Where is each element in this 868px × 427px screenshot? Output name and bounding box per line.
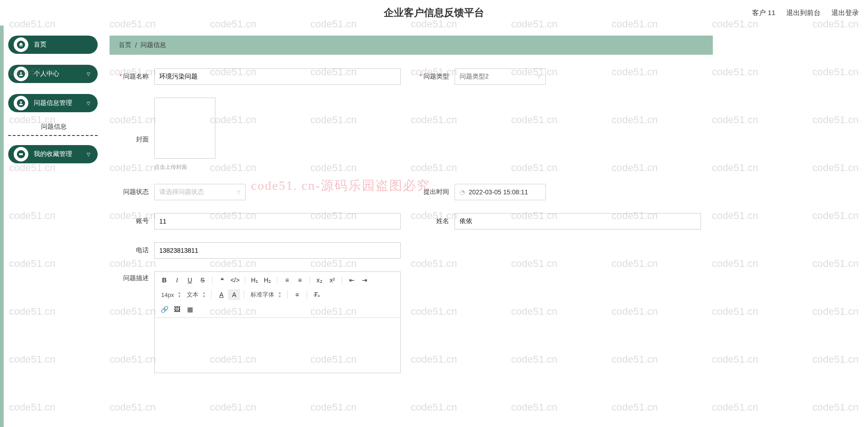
phone-label: 电话 xyxy=(114,246,149,255)
align-button[interactable]: ≡ xyxy=(291,289,303,300)
toolbar-separator xyxy=(342,276,342,284)
sidebar-item-personal[interactable]: 个人中心 ▽ xyxy=(8,65,98,83)
toolbar-separator xyxy=(309,276,310,284)
heading2-button[interactable]: H₂ xyxy=(261,275,273,286)
format-select[interactable]: 文本 ▴▾ xyxy=(184,289,208,300)
left-accent-border xyxy=(0,26,4,427)
chevron-down-icon: ▽ xyxy=(537,74,541,79)
submit-time-label: 提出时间 xyxy=(414,188,449,196)
question-type-select[interactable]: 问题类型2 ▽ xyxy=(455,68,546,85)
clock-icon: ◔ xyxy=(460,188,465,196)
updown-icon: ▴▾ xyxy=(178,291,180,298)
logout-link[interactable]: 退出登录 xyxy=(831,9,859,17)
chevron-down-icon: ▽ xyxy=(87,152,90,157)
breadcrumb-separator: / xyxy=(135,42,137,49)
name-input[interactable] xyxy=(455,213,701,229)
app-title: 企业客户信息反馈平台 xyxy=(384,6,484,20)
sidebar-item-label: 问题信息管理 xyxy=(34,99,87,107)
indent-button[interactable]: ⇥ xyxy=(359,275,371,286)
question-name-input[interactable] xyxy=(154,68,401,85)
ticket-icon xyxy=(14,147,28,161)
font-family-select[interactable]: 标准字体 ▴▾ xyxy=(248,289,283,300)
form-area: 问题名称 问题类型 问题类型2 ▽ 封面 点击上传封面 xyxy=(110,68,868,373)
submit-time-picker[interactable]: ◔ 2022-03-05 15:08:11 xyxy=(455,184,546,200)
account-label: 账号 xyxy=(114,217,149,225)
bg-color-button[interactable]: A xyxy=(228,289,240,300)
unordered-list-button[interactable]: ≡ xyxy=(294,275,306,286)
phone-input[interactable] xyxy=(154,242,401,259)
sidebar-item-label: 个人中心 xyxy=(34,70,87,78)
chevron-down-icon: ▽ xyxy=(87,72,90,77)
clear-format-button[interactable]: Tₓ xyxy=(311,289,323,300)
ordered-list-button[interactable]: ≡ xyxy=(281,275,293,286)
link-button[interactable]: 🔗 xyxy=(158,304,170,315)
chevron-down-icon: ▽ xyxy=(87,101,90,106)
user-icon xyxy=(14,96,28,110)
font-size-select[interactable]: 14px ▴▾ xyxy=(158,289,183,300)
image-button[interactable]: 🖼 xyxy=(171,304,183,315)
toolbar-separator xyxy=(277,276,277,284)
chevron-down-icon: ▽ xyxy=(237,190,241,195)
user-icon xyxy=(14,67,28,81)
sidebar-item-home[interactable]: 首页 xyxy=(8,36,98,54)
updown-icon: ▴▾ xyxy=(203,291,205,298)
breadcrumb-current: 问题信息 xyxy=(141,41,166,49)
question-type-value: 问题类型2 xyxy=(460,73,489,81)
subscript-button[interactable]: x₂ xyxy=(314,275,325,286)
outdent-button[interactable]: ⇤ xyxy=(346,275,358,286)
toolbar-separator xyxy=(287,291,288,299)
header-bar: 企业客户信息反馈平台 客户 11 退出到前台 退出登录 xyxy=(0,0,868,26)
bold-button[interactable]: B xyxy=(158,275,170,286)
description-label: 问题描述 xyxy=(114,274,149,282)
toolbar-separator xyxy=(244,291,244,299)
video-button[interactable]: ▦ xyxy=(184,304,196,315)
name-label: 姓名 xyxy=(414,217,449,225)
sidebar-submenu: 问题信息 xyxy=(8,119,98,136)
quote-button[interactable]: ❝ xyxy=(216,275,228,286)
main-content: 首页 / 问题信息 问题名称 问题类型 问题类型2 ▽ 封面 xyxy=(110,36,868,427)
breadcrumb: 首页 / 问题信息 xyxy=(110,36,713,55)
editor-toolbar: B I U S ❝ </> H₁ H₂ ≡ ≡ x₂ xyxy=(155,272,400,318)
svg-point-1 xyxy=(20,101,22,103)
code-button[interactable]: </> xyxy=(229,275,241,286)
italic-button[interactable]: I xyxy=(171,275,183,286)
exit-to-front-link[interactable]: 退出到前台 xyxy=(786,9,821,17)
submit-time-value: 2022-03-05 15:08:11 xyxy=(469,188,528,196)
toolbar-separator xyxy=(245,276,245,284)
breadcrumb-home[interactable]: 首页 xyxy=(119,41,131,49)
sidebar: 首页 个人中心 ▽ 问题信息管理 ▽ 问题信息 我的收藏管理 ▽ xyxy=(8,36,98,174)
strike-button[interactable]: S xyxy=(197,275,209,286)
account-input[interactable] xyxy=(154,213,401,229)
rich-text-editor: B I U S ❝ </> H₁ H₂ ≡ ≡ x₂ xyxy=(154,271,401,373)
updown-icon: ▴▾ xyxy=(279,291,281,298)
sidebar-subitem-issue-info[interactable]: 问题信息 xyxy=(8,119,98,136)
question-status-label: 问题状态 xyxy=(114,188,149,196)
question-type-label: 问题类型 xyxy=(414,73,449,81)
sidebar-item-favorites[interactable]: 我的收藏管理 ▽ xyxy=(8,145,98,163)
header-right: 客户 11 退出到前台 退出登录 xyxy=(752,0,859,26)
user-label[interactable]: 客户 11 xyxy=(752,9,775,17)
superscript-button[interactable]: x² xyxy=(326,275,338,286)
cover-upload-hint: 点击上传封面 xyxy=(154,163,215,171)
heading1-button[interactable]: H₁ xyxy=(249,275,261,286)
toolbar-separator xyxy=(307,291,307,299)
sidebar-item-label: 我的收藏管理 xyxy=(34,150,87,158)
cover-label: 封面 xyxy=(114,135,149,144)
editor-textarea[interactable] xyxy=(155,318,400,373)
question-status-select[interactable]: 请选择问题状态 ▽ xyxy=(154,184,246,200)
toolbar-separator xyxy=(212,276,213,284)
question-status-placeholder: 请选择问题状态 xyxy=(159,188,204,196)
text-color-button[interactable]: A xyxy=(215,289,227,300)
svg-point-0 xyxy=(20,72,22,74)
svg-rect-2 xyxy=(19,153,23,155)
home-icon xyxy=(14,37,28,52)
underline-button[interactable]: U xyxy=(184,275,196,286)
sidebar-item-label: 首页 xyxy=(34,41,90,49)
toolbar-separator xyxy=(211,291,212,299)
cover-upload-area[interactable] xyxy=(154,98,215,159)
sidebar-item-issue-mgmt[interactable]: 问题信息管理 ▽ xyxy=(8,94,98,112)
question-name-label: 问题名称 xyxy=(114,73,149,81)
